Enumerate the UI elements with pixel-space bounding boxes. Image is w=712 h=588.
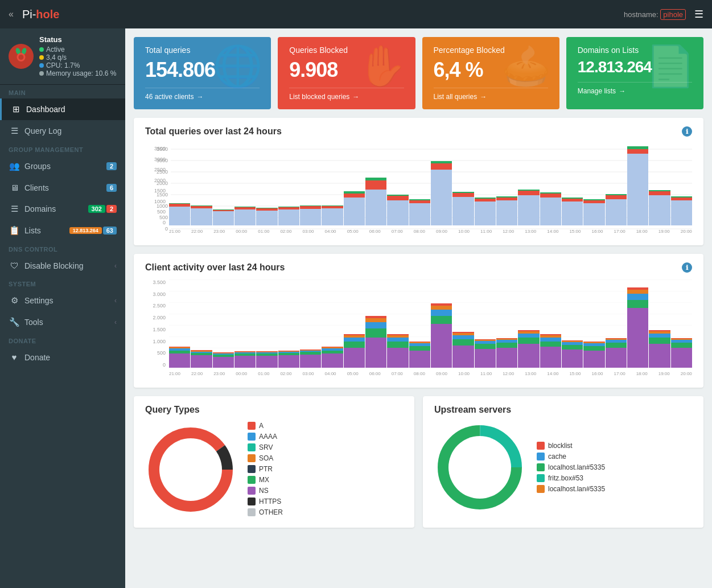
card-footer-text: List all queries [434,93,478,101]
upstream-servers-card: Upstream servers [423,396,703,528]
legend-item: OTHER [248,508,283,516]
client-bar-group [649,279,670,368]
sidebar-item-groups[interactable]: 👥 Groups 2 [0,155,125,177]
legend-item: cache [537,453,605,460]
bar-group [322,146,343,225]
x-label: 13:00 [525,229,536,234]
client-bar-group [213,279,234,368]
total-queries-chart-card: Total queries over last 24 hours ℹ 3500 … [134,118,703,245]
sidebar-item-label: Query Log [24,126,61,135]
sidebar-item-donate[interactable]: ♥ Donate [0,347,125,368]
x-label: 09:00 [436,229,447,234]
x-axis-labels: 21:0022:0023:0000:0001:0002:0003:0004:00… [169,225,692,237]
color-swatch [248,422,256,430]
info-icon[interactable]: ℹ [682,126,692,137]
x-label: 12:00 [503,229,514,234]
x-label: 09:00 [436,371,447,376]
x-label: 15:00 [569,371,581,376]
bar-group [169,146,190,225]
bar-group [540,146,561,225]
client-activity-chart-card: Client activity over last 24 hours ℹ 3.5… [134,254,703,388]
stat-card-total-queries[interactable]: 🌐 Total queries 154.806 46 active client… [134,37,271,109]
color-swatch [248,465,256,473]
legend-item: fritz.box#53 [537,474,605,482]
bar-group [431,146,452,225]
bottom-charts: Query Types [134,396,703,528]
color-swatch [248,454,256,462]
card-footer[interactable]: 46 active clients → [145,88,260,101]
bar-group [387,146,408,225]
legend-label: localhost.lan#5335 [548,463,605,471]
sidebar-item-tools[interactable]: 🔧 Tools ‹ [0,311,125,333]
x-label: 08:00 [414,229,425,234]
card-footer[interactable]: List all queries → [434,88,548,101]
legend-item: NS [248,487,283,495]
svg-point-36 [448,436,511,499]
bar-group [583,146,604,225]
section-label-donate: DONATE [0,333,125,347]
hand-icon: ✋ [357,43,407,89]
x-label: 18:00 [636,229,648,234]
bar-group [234,146,256,225]
sidebar-item-lists[interactable]: 📋 Lists 12.813.264 63 [0,220,125,241]
client-bars-area [169,279,692,368]
x-label: 22:00 [191,371,203,376]
stat-card-queries-blocked[interactable]: ✋ Queries Blocked 9.908 List blocked que… [278,37,415,109]
status-info: Status Active 3,4 q/s CPU: 1.7% Memory u… [39,35,116,77]
arrow-icon: → [619,87,625,95]
sidebar-item-clients[interactable]: 🖥 Clients 6 [0,177,125,198]
chevron-icon: ‹ [114,262,117,270]
sidebar-item-dashboard[interactable]: ⊞ Dashboard [0,98,125,120]
chart-title-total: Total queries over last 24 hours ℹ [145,126,692,137]
client-bar-group [344,279,365,368]
color-swatch [537,485,545,493]
bar-group [627,146,648,225]
settings-icon: ⚙ [9,295,20,306]
client-bar-group [409,279,430,368]
color-swatch [248,433,256,441]
hamburger-menu-button[interactable]: ☰ [694,8,703,20]
x-label: 20:00 [681,371,692,376]
card-footer-text: 46 active clients [145,93,194,101]
sidebar-item-disable-blocking[interactable]: 🛡 Disable Blocking ‹ [0,255,125,276]
legend-label: fritz.box#53 [548,474,583,482]
x-label: 16:00 [591,229,603,234]
sidebar-item-query-log[interactable]: ☰ Query Log [0,120,125,142]
query-types-legend: A AAAA SRV SOA [248,422,283,519]
x-label: 23:00 [213,229,225,234]
collapse-sidebar-button[interactable]: « [9,9,14,19]
legend-label: MX [259,476,269,484]
pie-icon: 🥧 [501,43,551,89]
legend-item: localhost.lan#5335 [537,485,605,493]
x-label: 10:00 [458,371,470,376]
card-footer[interactable]: List blocked queries → [289,88,404,101]
x-label: 05:00 [347,371,359,376]
bar-group [475,146,496,225]
doc-icon: 📄 [645,43,695,89]
total-queries-bar-area: 3500 3000 2500 2000 1500 1000 500 0 21:0… [145,146,692,237]
stat-card-percentage-blocked[interactable]: 🥧 Percentage Blocked 6,4 % List all quer… [422,37,559,109]
upstream-donut [434,422,525,515]
hostname-display: hostname: pihole [624,10,686,19]
legend-label: AAAA [259,433,277,441]
upstream-legend: blocklist cache localhost.lan#5335 [537,442,605,496]
query-log-icon: ☰ [9,126,20,136]
x-label: 06:00 [369,371,381,376]
y-axis-labels: 3.500 3.000 2.500 2.000 1.500 1.000 500 … [145,279,168,368]
bar-group [344,146,365,225]
x-label: 08:00 [414,371,425,376]
arrow-icon: → [196,93,203,101]
shield-icon: 🛡 [9,261,20,270]
legend-label: cache [548,453,566,460]
stat-card-domains-on-lists[interactable]: 📄 Domains on Lists 12.813.264 Manage lis… [566,37,703,109]
legend-item: PTR [248,465,283,473]
sidebar-item-domains[interactable]: ☰ Domains 302 2 [0,198,125,220]
client-activity-bar-area: 3.500 3.000 2.500 2.000 1.500 1.000 500 … [145,279,692,379]
sidebar-item-label: Disable Blocking [24,261,84,270]
color-swatch [248,497,256,505]
info-icon[interactable]: ℹ [682,262,692,273]
sidebar-item-label: Dashboard [26,105,65,114]
avatar [9,44,34,69]
sidebar-item-settings[interactable]: ⚙ Settings ‹ [0,290,125,311]
x-label: 04:00 [325,371,336,376]
